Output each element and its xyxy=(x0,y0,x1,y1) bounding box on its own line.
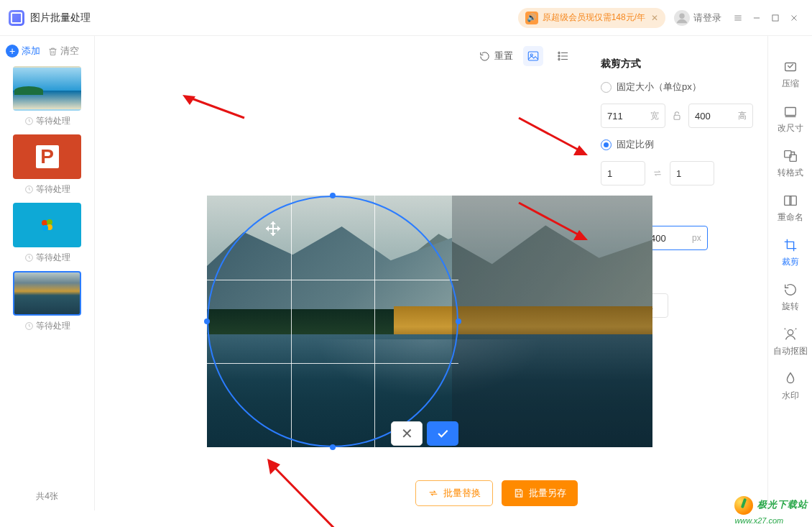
reset-label: 重置 xyxy=(494,50,513,63)
sound-icon: 🔊 xyxy=(525,12,538,24)
svg-rect-21 xyxy=(785,107,795,115)
svg-point-12 xyxy=(558,52,560,53)
height-input[interactable] xyxy=(689,111,732,122)
title-bar: 图片批量处理 🔊 原超级会员现仅需148元/年 ✕ 请登录 xyxy=(0,0,812,36)
radio-icon xyxy=(601,139,612,150)
compress-icon xyxy=(783,59,798,75)
site-watermark: 极光下载站 www.x27.com xyxy=(734,496,808,526)
convert-icon xyxy=(783,148,798,164)
view-list-button[interactable] xyxy=(553,46,573,66)
tool-compress[interactable]: 压缩 xyxy=(772,53,808,95)
minimize-button[interactable] xyxy=(747,9,766,27)
image-canvas[interactable]: ✕ xyxy=(207,196,652,447)
ratio-a-input-box[interactable] xyxy=(601,161,645,185)
add-label: 添加 xyxy=(22,45,40,58)
width-input-box[interactable]: 宽 xyxy=(601,104,665,128)
tool-resize[interactable]: 改尺寸 xyxy=(772,98,808,139)
menu-button[interactable] xyxy=(729,9,747,27)
swap-icon[interactable] xyxy=(651,168,664,178)
add-button[interactable]: + 添加 xyxy=(6,45,40,58)
footer-count: 共4张 xyxy=(0,482,94,510)
crop-handle[interactable] xyxy=(204,319,210,324)
thumb-image xyxy=(13,66,81,111)
tool-rename[interactable]: 重命名 xyxy=(772,187,808,229)
radio-fixed-ratio-label: 固定比例 xyxy=(617,138,654,151)
thumb-item[interactable]: P 等待处理 xyxy=(7,134,87,196)
crop-selection[interactable] xyxy=(207,196,458,447)
crop-handle[interactable] xyxy=(330,444,336,450)
reset-icon xyxy=(479,50,491,63)
ratio-b-input-box[interactable] xyxy=(670,161,714,185)
crop-confirm-button[interactable] xyxy=(427,421,458,446)
svg-point-26 xyxy=(788,329,793,334)
resize-icon xyxy=(783,104,798,119)
tool-watermark[interactable]: 水印 xyxy=(772,365,808,407)
replace-icon xyxy=(428,487,439,499)
clock-icon xyxy=(24,185,34,194)
lock-icon[interactable] xyxy=(671,110,683,122)
crop-cancel-button[interactable]: ✕ xyxy=(391,421,423,446)
batch-save-button[interactable]: 批量另存 xyxy=(502,480,578,506)
thumb-image xyxy=(13,271,81,316)
batch-replace-label: 批量替换 xyxy=(443,487,481,500)
tool-rotate[interactable]: 旋转 xyxy=(772,276,808,318)
view-image-button[interactable] xyxy=(523,46,543,66)
crop-handle[interactable] xyxy=(330,193,336,198)
tool-crop[interactable]: 裁剪 xyxy=(772,232,808,273)
thumb-image xyxy=(13,203,81,247)
svg-point-0 xyxy=(679,13,684,18)
height-input-box[interactable]: 高 xyxy=(688,104,753,128)
thumb-status: 等待处理 xyxy=(7,252,87,264)
image-icon xyxy=(527,50,540,63)
radius-input-box[interactable]: px xyxy=(644,226,708,250)
svg-point-13 xyxy=(558,55,560,57)
svg-marker-15 xyxy=(183,95,195,105)
promo-banner[interactable]: 🔊 原超级会员现仅需148元/年 ✕ xyxy=(518,8,665,28)
radio-fixed-size-label: 固定大小（单位px） xyxy=(617,81,701,93)
thumb-item[interactable]: 等待处理 xyxy=(7,66,87,127)
login-button[interactable]: 请登录 xyxy=(674,10,721,26)
svg-point-14 xyxy=(558,58,560,60)
tool-cutout[interactable]: 自动抠图 xyxy=(772,321,808,362)
user-icon xyxy=(674,10,690,26)
radio-fixed-ratio[interactable]: 固定比例 xyxy=(601,138,755,151)
thumb-image: P xyxy=(13,134,81,179)
reset-button[interactable]: 重置 xyxy=(479,50,513,63)
close-button[interactable] xyxy=(785,9,803,27)
editor-area: 重置 xyxy=(95,36,588,510)
batch-save-label: 批量另存 xyxy=(529,487,566,500)
svg-rect-10 xyxy=(528,52,538,60)
rename-icon xyxy=(783,193,798,208)
promo-text: 原超级会员现仅需148元/年 xyxy=(543,12,645,24)
thumbnail-sidebar: + 添加 清空 等待处理 P 等待处理 等待处理 xyxy=(0,36,95,510)
svg-marker-16 xyxy=(267,459,280,475)
ratio-b-input[interactable] xyxy=(670,168,714,179)
thumb-status: 等待处理 xyxy=(7,183,87,196)
tool-convert[interactable]: 转格式 xyxy=(772,142,808,184)
radio-icon xyxy=(601,82,612,93)
crop-circle xyxy=(207,196,458,447)
section-crop-method: 裁剪方式 xyxy=(601,58,755,70)
clear-button[interactable]: 清空 xyxy=(47,45,79,58)
watermark-icon xyxy=(783,371,798,387)
width-suffix: 宽 xyxy=(645,110,665,122)
clock-icon xyxy=(24,253,34,262)
thumb-item[interactable]: 等待处理 xyxy=(7,203,87,264)
thumb-item[interactable]: 等待处理 xyxy=(7,271,87,332)
clear-label: 清空 xyxy=(60,45,79,58)
annotation-arrow xyxy=(260,456,354,527)
batch-replace-button[interactable]: 批量替换 xyxy=(415,480,493,506)
close-icon[interactable]: ✕ xyxy=(651,13,658,23)
app-logo-icon xyxy=(9,10,24,26)
trash-icon xyxy=(47,46,58,57)
maximize-button[interactable] xyxy=(766,9,785,27)
plus-icon: + xyxy=(6,45,19,58)
svg-rect-17 xyxy=(674,115,680,119)
radio-fixed-size[interactable]: 固定大小（单位px） xyxy=(601,81,755,93)
width-input[interactable] xyxy=(601,111,645,122)
app-title: 图片批量处理 xyxy=(30,12,91,24)
ratio-a-input[interactable] xyxy=(601,168,645,179)
svg-point-4 xyxy=(42,220,47,226)
crop-handle[interactable] xyxy=(456,319,461,324)
crop-icon xyxy=(783,237,798,253)
